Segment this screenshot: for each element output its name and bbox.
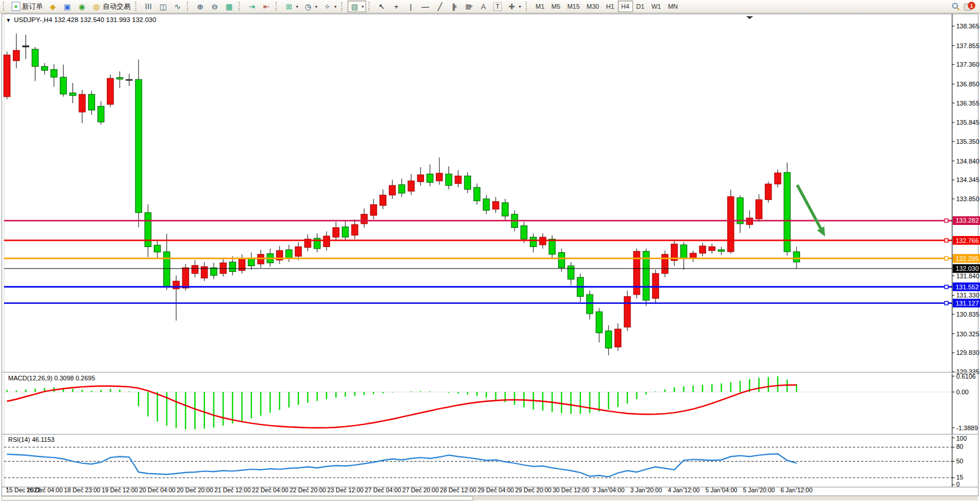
crosshair-button[interactable]: +: [389, 1, 403, 12]
market-watch-button[interactable]: ◆: [46, 1, 60, 12]
svg-text:137.855: 137.855: [956, 42, 979, 49]
trendline-button[interactable]: ╱: [433, 1, 447, 12]
toolbar-grip[interactable]: [341, 2, 345, 11]
svg-text:4 Jan 12:00: 4 Jan 12:00: [668, 487, 700, 493]
candlestick-button[interactable]: ◫: [156, 1, 170, 12]
svg-text:22 Dec 04:00: 22 Dec 04:00: [252, 487, 288, 493]
svg-text:20 Dec 20:00: 20 Dec 20:00: [177, 487, 214, 493]
svg-text:28 Dec 12:00: 28 Dec 12:00: [440, 487, 476, 493]
zoom-in-button[interactable]: ⊕: [193, 1, 207, 12]
toolbar-grip[interactable]: [3, 2, 7, 11]
timeframe-m30[interactable]: M30: [583, 1, 602, 12]
clock-icon: ◷: [303, 2, 313, 11]
line-chart-icon: ∿: [173, 2, 182, 11]
svg-text:19 Dec 12:00: 19 Dec 12:00: [102, 487, 138, 493]
vertical-line-icon: |: [406, 2, 415, 11]
line-chart-button[interactable]: ∿: [171, 1, 185, 12]
time-axis-labels: 15 Dec 202216 Dec 04:0018 Dec 23:0019 De…: [6, 487, 812, 493]
svg-text:131.127: 131.127: [956, 300, 979, 307]
profiles-button[interactable]: ▧▾: [348, 1, 366, 12]
h-scrollbar-thumb[interactable]: [2, 496, 473, 500]
timeframe-h1[interactable]: H1: [602, 1, 617, 12]
svg-text:137.360: 137.360: [956, 61, 979, 68]
svg-text:6 Jan 12:00: 6 Jan 12:00: [780, 487, 812, 493]
zoom-out-icon: ⊖: [210, 2, 219, 11]
cursor-button[interactable]: ↖: [375, 1, 389, 12]
zoom-out-button[interactable]: ⊖: [208, 1, 222, 12]
periods-button[interactable]: ◷▾: [301, 1, 320, 12]
chart-canvas[interactable]: 138.365137.855137.360136.850136.355135.8…: [0, 0, 980, 501]
signals-button[interactable]: ◉: [75, 1, 89, 12]
timeframe-h4[interactable]: H4: [618, 1, 633, 12]
chart-window-icon: ▣: [63, 2, 72, 11]
profile-chart-icon: ▧: [350, 2, 359, 11]
new-order-button[interactable]: + 新订单: [9, 1, 45, 12]
svg-text:135.845: 135.845: [956, 119, 979, 126]
toolbar-grip[interactable]: [135, 2, 139, 11]
chart-shift-button[interactable]: ⇤: [259, 1, 273, 12]
crosshair-icon: +: [392, 2, 401, 11]
new-order-label: 新订单: [22, 2, 43, 12]
timeframe-mn[interactable]: MN: [664, 1, 681, 12]
svg-text:132.030: 132.030: [956, 265, 979, 272]
text-label-icon: T: [493, 2, 502, 11]
bar-chart-button[interactable]: ☰: [142, 1, 156, 12]
toolbar-grip[interactable]: [238, 2, 243, 11]
auto-scroll-button[interactable]: ⇥: [245, 1, 259, 12]
timeframe-w1[interactable]: W1: [648, 1, 665, 12]
shapes-icon: ✚: [507, 2, 516, 11]
timeframe-m1[interactable]: M1: [532, 1, 548, 12]
svg-text:129.830: 129.830: [956, 349, 979, 356]
svg-text:3 Jan 04:00: 3 Jan 04:00: [592, 487, 624, 493]
svg-text:-1.3889: -1.3889: [956, 424, 978, 431]
toolbar: + 新订单 ◆ ▣ ◉ ◍ 自动交易 ☰ ◫ ∿ ⊕ ⊖ ▦ ⇥ ⇤ ⊞▾ ◷▾…: [0, 0, 980, 13]
text-tool-button[interactable]: A: [476, 1, 490, 12]
svg-text:21 Dec 12:00: 21 Dec 12:00: [215, 487, 251, 493]
svg-text:131.330: 131.330: [956, 292, 979, 299]
timeframe-d1[interactable]: D1: [633, 1, 648, 12]
new-order-icon: +: [12, 2, 20, 11]
fibonacci-button[interactable]: ≣F: [462, 1, 476, 12]
toolbar-grip[interactable]: [276, 2, 280, 11]
svg-text:133.850: 133.850: [956, 195, 979, 202]
toolbar-grip[interactable]: [368, 2, 373, 11]
tile-windows-button[interactable]: ▦: [222, 1, 236, 12]
autotrading-button[interactable]: ◍ 自动交易: [89, 1, 133, 12]
channel-button[interactable]: ∥E: [447, 1, 461, 12]
search-icon[interactable]: [952, 2, 960, 11]
chevron-down-icon: ▾: [519, 4, 521, 9]
rsi-label: RSI(14) 46.1153: [8, 436, 55, 443]
shapes-button[interactable]: ✚▾: [505, 1, 523, 12]
toolbar-grip[interactable]: [526, 2, 530, 11]
chevron-down-icon: ▾: [315, 4, 317, 9]
svg-text:132.766: 132.766: [956, 237, 979, 244]
svg-text:130.325: 130.325: [956, 331, 979, 337]
horizontal-line-button[interactable]: —: [418, 1, 432, 12]
svg-text:0: 0: [956, 481, 960, 488]
toolbar-right: 1: [952, 2, 979, 11]
channel-icon: ∥E: [450, 2, 459, 11]
cursor-icon: ↖: [377, 2, 386, 11]
timeframe-bar: M1M5M15M30H1H4D1W1MN: [532, 1, 681, 12]
chevron-down-icon: ▾: [334, 4, 337, 9]
tile-windows-icon: ▦: [225, 2, 234, 11]
svg-text:135.350: 135.350: [956, 138, 979, 145]
svg-text:16 Dec 04:00: 16 Dec 04:00: [27, 487, 63, 493]
candlestick-icon: ◫: [158, 2, 168, 11]
svg-text:15: 15: [956, 474, 963, 481]
notifications-button[interactable]: 1: [964, 2, 975, 11]
svg-text:131.840: 131.840: [956, 273, 979, 279]
new-chart-button[interactable]: ⊞▾: [282, 1, 301, 12]
svg-text:136.850: 136.850: [956, 81, 979, 88]
svg-text:▼: ▼: [6, 17, 11, 23]
vertical-line-button[interactable]: |: [404, 1, 418, 12]
timeframe-m5[interactable]: M5: [548, 1, 563, 12]
templates-button[interactable]: ✧▾: [320, 1, 339, 12]
chart-window-button[interactable]: ▣: [60, 1, 74, 12]
text-label-button[interactable]: T: [491, 1, 504, 12]
svg-text:132.295: 132.295: [956, 255, 979, 262]
horizontal-line-icon: —: [421, 2, 430, 11]
svg-text:5 Jan 04:00: 5 Jan 04:00: [706, 487, 737, 493]
timeframe-m15[interactable]: M15: [564, 1, 583, 12]
toolbar-grip[interactable]: [187, 2, 191, 11]
